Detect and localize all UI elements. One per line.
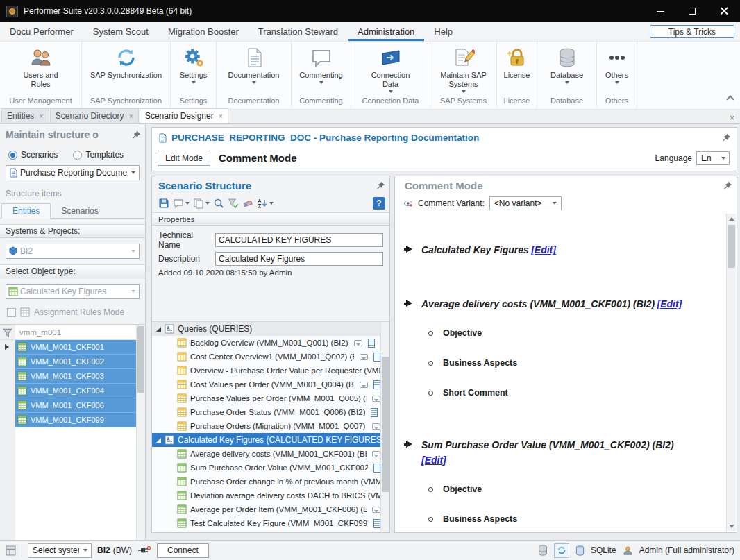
sap-synchronization-button[interactable]: SAP Synchronization [82,45,170,94]
document-indicator-icon[interactable] [368,339,375,348]
pin-icon[interactable] [132,130,141,139]
scenario-combo[interactable]: Purchase Reporting Document [6,165,140,180]
commenting-button[interactable]: Commenting [292,45,351,94]
sync-database-button[interactable] [554,543,569,558]
templates-radio[interactable]: Templates [73,150,124,160]
settings-button[interactable]: Settings [171,45,216,94]
comment-indicator-icon[interactable] [354,340,362,346]
list-scrollbar[interactable] [136,325,145,540]
scenarios-radio[interactable]: Scenarios [8,150,58,160]
comment-button[interactable] [172,197,190,210]
tab-entities[interactable]: Entities [1,108,49,123]
edit-link[interactable]: [Edit] [531,244,556,255]
scroll-down-icon[interactable] [727,521,736,531]
language-combo[interactable]: En [696,151,730,165]
list-item[interactable]: VMM_M001_CKF002 [15,355,136,369]
close-tabstrip-icon[interactable] [730,113,734,123]
menu-docu-performer[interactable]: Docu Performer [0,22,83,41]
scrollbar-thumb[interactable] [382,357,389,492]
edit-mode-button[interactable]: Edit Mode [158,151,210,166]
list-item[interactable]: VMM_M001_CKF003 [15,369,136,384]
menu-help[interactable]: Help [424,22,462,41]
tips-and-tricks-button[interactable]: Tips & Tricks [650,25,734,38]
tree-item-row[interactable]: Sum Purchase Order Value (VMM_M001_CKF00… [152,461,380,475]
maintain-sap-systems-button[interactable]: Maintain SAP Systems [430,45,496,94]
scrollbar-thumb[interactable] [137,326,144,393]
comment-indicator-icon[interactable] [360,354,368,360]
panel-grid-icon[interactable] [6,545,16,556]
chevron-down-icon[interactable] [127,166,139,180]
close-tab-icon[interactable] [39,112,43,120]
connect-button[interactable]: Connect [157,543,209,558]
expander-icon[interactable] [156,327,161,332]
database-button[interactable]: Database [537,45,596,94]
edit-link[interactable]: [Edit] [657,298,682,309]
tab-scenarios-left[interactable]: Scenarios [51,204,108,218]
documentation-button[interactable]: Documentation [217,45,291,94]
filter-button[interactable] [227,197,239,210]
tab-scenario-directory[interactable]: Scenario Directory [50,108,139,123]
comment-indicator-icon[interactable] [360,382,368,388]
close-tab-icon[interactable] [129,112,133,120]
minimize-button[interactable] [644,0,676,22]
chevron-down-icon[interactable] [79,544,91,557]
tree-item-row[interactable]: Test Calculated Key Figure (VMM_M001_CKF… [152,516,380,530]
menu-administration[interactable]: Administration [348,22,424,41]
close-tab-icon[interactable] [219,112,223,120]
close-button[interactable] [708,0,740,22]
tree-item-row[interactable]: Average per Order Item (VMM_M001_CKF006)… [152,502,380,516]
help-button[interactable]: ? [373,197,385,210]
filter-value[interactable]: vmm_m001 [15,328,61,337]
tree-item-row[interactable]: Purchase Order change in % of previous m… [152,475,380,489]
tree-item-row[interactable]: Cost Center Overview1 (VMM_M001_Q002) (B… [152,350,380,364]
eraser-button[interactable] [242,197,254,210]
tree-item-row[interactable]: Deviation average delivery costs DACH to… [152,489,380,502]
tree-scrollbar[interactable] [380,322,389,532]
technical-name-input[interactable]: CALCULATED KEY FIGURES [215,233,383,247]
scrollbar-thumb[interactable] [728,225,735,268]
collapse-ribbon-icon[interactable] [726,95,734,103]
pin-icon[interactable] [722,133,731,142]
comment-variant-combo[interactable]: <No variant> [489,196,562,210]
list-item[interactable]: VMM_M001_CKF001 [15,340,136,355]
comment-indicator-icon[interactable] [372,451,380,457]
list-item[interactable]: VMM_M001_CKF099 [15,413,136,427]
tree-group-row-selected[interactable]: A Calculated Key Figures (CALCULATED KEY… [152,433,380,447]
comment-indicator-icon[interactable] [372,423,380,430]
system-combo[interactable]: BI2 [6,244,140,259]
tree-item-row[interactable]: Cost Values per Order (VMM_M001_Q004) (B… [152,377,380,391]
assignment-rules-checkbox[interactable]: Assignment Rules Mode [7,307,145,317]
comment-indicator-icon[interactable] [372,507,380,513]
description-input[interactable]: Calculated Key Figures [215,252,383,266]
comment-indicator-icon[interactable] [372,396,380,402]
zoom-button[interactable] [212,197,225,210]
tree-group-row[interactable]: A Queries (QUERIES) [152,322,380,336]
document-indicator-icon[interactable] [373,353,380,362]
document-indicator-icon[interactable] [373,380,380,389]
list-item[interactable]: VMM_M001_CKF004 [15,384,136,398]
sort-button[interactable] [256,197,274,210]
copy-button[interactable] [192,197,210,210]
document-indicator-icon[interactable] [373,464,380,473]
chevron-down-icon[interactable] [127,285,139,298]
menu-system-scout[interactable]: System Scout [83,22,158,41]
pin-icon[interactable] [723,181,732,190]
chevron-down-icon[interactable] [717,152,729,164]
tree-item-row[interactable]: Backlog Overview (VMM_M001_Q001) (BI2) [152,336,380,350]
scroll-up-icon[interactable] [727,214,736,223]
tree-item-row[interactable]: Purchase Values per Order (VMM_M001_Q005… [152,391,380,405]
tree-item-row[interactable]: Average delivery costs (VMM_M001_CKF001)… [152,447,380,461]
chevron-down-icon[interactable] [549,197,561,210]
tree-item-row[interactable]: Purchase Orders (Migration) (VMM_M001_Q0… [152,419,380,433]
edit-link[interactable]: [Edit] [421,455,446,466]
tree-item-row[interactable]: Purchase Order Status (VMM_M001_Q006) (B… [152,405,380,419]
maximize-button[interactable] [676,0,708,22]
connection-data-button[interactable]: Connection Data [351,45,430,94]
save-button[interactable] [158,197,170,210]
comment-scrollbar[interactable] [726,214,736,531]
list-item[interactable]: VMM_M001_CKF006 [15,398,136,413]
pin-icon[interactable] [376,181,385,190]
tab-scenario-designer[interactable]: Scenario Designer [140,108,228,123]
others-button[interactable]: Others [597,45,637,94]
select-system-combo[interactable]: Select system [28,543,92,558]
